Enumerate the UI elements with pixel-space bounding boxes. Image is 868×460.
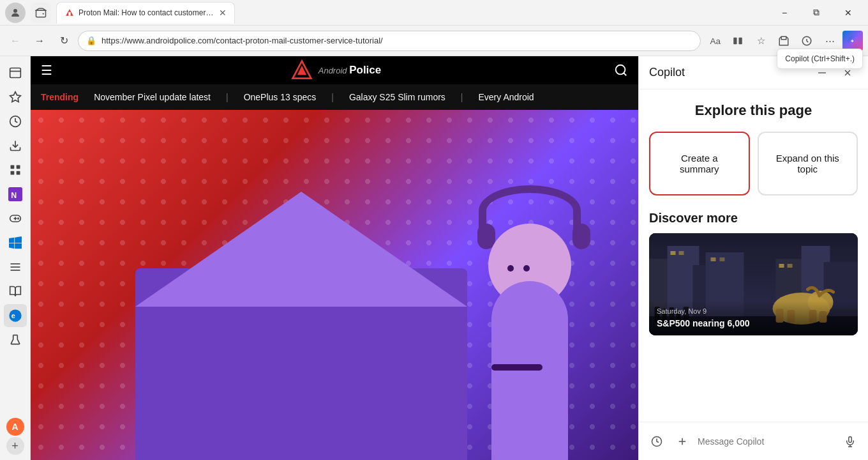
discover-title: Discover more (649, 211, 858, 226)
svg-text:N: N (11, 191, 17, 200)
discover-caption: Saturday, Nov 9 S&P500 nearing 6,000 (649, 301, 858, 335)
active-tab[interactable]: Proton Mail: How to contact customer ser… (56, 2, 235, 24)
sidebar-item-downloads[interactable] (4, 134, 27, 157)
sidebar-item-favorites[interactable] (4, 86, 27, 109)
navbar: ← → ↻ 🔒 https://www.androidpolice.com/co… (0, 26, 868, 56)
tab-favicon (64, 8, 75, 18)
tab-title: Proton Mail: How to contact customer ser… (79, 8, 215, 17)
trending-link-4[interactable]: Every Android (478, 92, 534, 102)
character-mouth (491, 364, 542, 371)
add-to-favorites-button[interactable]: ☆ (751, 31, 771, 51)
trending-label: Trending (41, 92, 79, 102)
history-button[interactable] (647, 431, 667, 452)
wallet-icon[interactable] (31, 3, 51, 23)
svg-rect-4 (68, 12, 71, 16)
sidebar-item-windows[interactable] (4, 231, 27, 254)
sidebar-item-edge[interactable]: e (4, 304, 27, 327)
sidebar-bottom: A + (6, 418, 24, 455)
close-button[interactable]: ✕ (834, 2, 863, 24)
titlebar-tabs: Proton Mail: How to contact customer ser… (56, 2, 765, 24)
trending-link-3[interactable]: Galaxy S25 Slim rumors (349, 92, 445, 102)
svg-line-36 (624, 73, 626, 75)
character-eye-left (507, 265, 514, 272)
svg-rect-17 (16, 165, 20, 169)
profile-icon[interactable] (5, 3, 26, 23)
action-cards: Create a summary Expand on this topic (649, 132, 858, 195)
sidebar-item-onenote[interactable]: N (4, 183, 27, 206)
sidebar-item-history[interactable] (4, 110, 27, 133)
svg-rect-19 (16, 171, 20, 175)
logo-text: Android Police (318, 64, 382, 77)
expand-topic-card[interactable]: Expand on this topic (758, 132, 858, 195)
svg-rect-18 (10, 171, 14, 175)
refresh-button[interactable]: ↻ (54, 31, 74, 51)
svg-rect-49 (671, 251, 676, 255)
svg-rect-70 (849, 436, 852, 442)
svg-marker-13 (10, 92, 20, 102)
sidebar-avatar[interactable]: A (6, 418, 24, 436)
svg-rect-16 (10, 165, 14, 169)
svg-text:✦: ✦ (850, 38, 855, 43)
titlebar-controls: − ⧉ ✕ (770, 2, 863, 24)
message-input[interactable] (698, 430, 835, 453)
svg-point-0 (13, 9, 17, 13)
back-button[interactable]: ← (5, 31, 26, 51)
forward-button[interactable]: → (29, 31, 50, 51)
mic-button[interactable] (840, 431, 860, 452)
lock-icon: 🔒 (86, 36, 96, 45)
trending-bar: Trending November Pixel update latest | … (31, 84, 638, 110)
svg-point-2 (43, 13, 44, 14)
trending-sep-3: | (461, 92, 463, 102)
sidebar-item-tools[interactable] (4, 256, 27, 279)
read-mode-button[interactable]: Aa (705, 31, 725, 51)
copilot-tooltip: Copilot (Ctrl+Shift+.) (777, 49, 863, 69)
svg-rect-54 (788, 264, 793, 268)
discover-date: Saturday, Nov 9 (657, 307, 850, 315)
create-summary-card[interactable]: Create a summary (649, 132, 750, 195)
immersive-reader-button[interactable] (728, 31, 748, 51)
character-graphic (472, 230, 587, 460)
trending-sep-1: | (226, 92, 228, 102)
svg-rect-52 (720, 257, 725, 261)
favorites-button[interactable] (774, 31, 794, 51)
url-text: https://www.androidpolice.com/contact-pr… (101, 36, 692, 45)
address-bar[interactable]: 🔒 https://www.androidpolice.com/contact-… (78, 31, 701, 51)
trending-sep-2: | (331, 92, 334, 102)
hamburger-icon[interactable]: ☰ (41, 63, 52, 78)
article-hero-image (31, 110, 638, 460)
tab-close-button[interactable]: ✕ (219, 8, 227, 18)
trending-link-2[interactable]: OnePlus 13 specs (244, 92, 317, 102)
minimize-button[interactable]: − (770, 2, 799, 24)
browser-essentials-button[interactable] (797, 31, 817, 51)
sidebar-item-tabs[interactable] (4, 61, 27, 84)
site-navbar: ☰ Android Police (31, 56, 638, 84)
logo-icon (290, 59, 313, 82)
trending-link-1[interactable]: November Pixel update latest (94, 92, 211, 102)
svg-rect-6 (733, 37, 737, 44)
sidebar-item-science[interactable] (4, 328, 27, 351)
copilot-panel: Copilot Explore this page Create a summa… (638, 56, 868, 460)
svg-rect-7 (739, 37, 742, 44)
more-menu-button[interactable]: ⋯ (819, 31, 840, 51)
add-button[interactable] (672, 431, 692, 452)
svg-point-26 (18, 218, 19, 219)
character-body (491, 281, 568, 460)
svg-rect-53 (779, 264, 784, 268)
nav-actions: Aa ☆ ⋯ ✦ (705, 31, 863, 51)
sidebar-add-button[interactable]: + (6, 437, 24, 455)
envelope-graphic (135, 192, 467, 460)
svg-rect-11 (10, 68, 20, 78)
discover-image[interactable]: Saturday, Nov 9 S&P500 nearing 6,000 (649, 233, 858, 335)
svg-point-35 (616, 65, 625, 75)
sidebar-item-reading[interactable] (4, 280, 27, 303)
copilot-body: Explore this page Create a summary Expan… (639, 89, 868, 422)
sidebar-item-apps[interactable] (4, 158, 27, 181)
sidebar-item-gaming[interactable] (4, 207, 27, 230)
restore-button[interactable]: ⧉ (802, 2, 831, 24)
copilot-button[interactable]: ✦ (842, 31, 863, 51)
svg-text:e: e (11, 312, 15, 319)
svg-text:Aa: Aa (710, 36, 721, 45)
envelope-flap (135, 192, 467, 307)
svg-rect-50 (679, 251, 684, 255)
search-icon[interactable] (614, 63, 628, 77)
